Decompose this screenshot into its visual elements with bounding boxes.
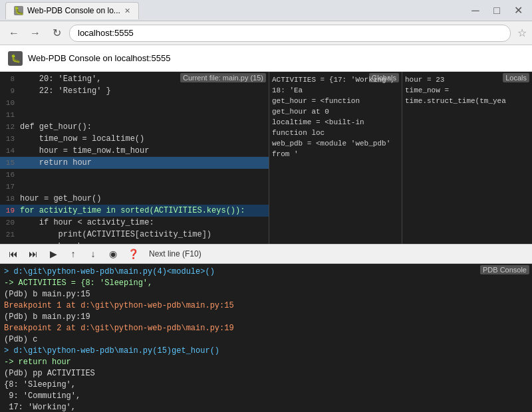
line-text: def get_hour(): xyxy=(20,121,267,133)
browser-controls: ← → ↻ ☆ xyxy=(0,21,532,45)
refresh-button[interactable]: ↻ xyxy=(48,25,65,42)
code-line: 19for activity_time in sorted(ACTIVITIES… xyxy=(0,205,269,217)
line-text xyxy=(20,109,267,121)
locals-label: Locals xyxy=(503,73,529,82)
line-number: 15 xyxy=(1,157,20,169)
console-line: {8: 'Sleeping', xyxy=(4,379,528,391)
code-line: 21 print(ACTIVITIES[activity_time]) xyxy=(0,229,269,241)
app-icon: 🐛 xyxy=(8,51,23,66)
locals-line: time_now = time.struct_time(tm_yea xyxy=(405,85,529,106)
console-line: 9: 'Commuting', xyxy=(4,391,528,402)
console-line: Breakpoint 1 at d:\git\python-web-pdb\ma… xyxy=(4,300,528,312)
console-line: (Pdb) b main.py:15 xyxy=(4,289,528,300)
console-line: -> return hour xyxy=(4,357,528,368)
app-header: 🐛 Web-PDB Console on localhost:5555 xyxy=(0,45,532,72)
code-content: 8 20: 'Eating',9 22: 'Resting' }101112de… xyxy=(0,72,269,244)
code-line: 9 22: 'Resting' } xyxy=(0,85,269,97)
console-line: (Pdb) b main.py:19 xyxy=(4,312,528,323)
line-number: 8 xyxy=(1,73,20,85)
breakpoint-button[interactable]: ◉ xyxy=(104,245,122,263)
line-number: 9 xyxy=(1,85,20,97)
tab-favicon: 🐛 xyxy=(14,6,23,15)
console-line: Breakpoint 2 at d:\git\python-web-pdb\ma… xyxy=(4,323,528,334)
minimize-button[interactable]: ─ xyxy=(467,2,484,19)
console-output: > d:\git\python-web-pdb\main.py(4)<modul… xyxy=(0,264,532,412)
back-button[interactable]: ← xyxy=(5,25,23,42)
globals-panel[interactable]: Globals ACTIVITIES = {17: 'Working', 18:… xyxy=(269,72,402,244)
panels-area: Current file: main.py (15) 8 20: 'Eating… xyxy=(0,72,532,412)
code-line: 13 time_now = localtime() xyxy=(0,133,269,145)
address-bar[interactable] xyxy=(69,25,511,42)
line-text: time_now = localtime() xyxy=(20,133,267,145)
step-button[interactable]: ⏭ xyxy=(24,245,43,263)
code-line: 10 xyxy=(0,97,269,109)
code-line: 18hour = get_hour() xyxy=(0,193,269,205)
line-text: print(ACTIVITIES[activity_time]) xyxy=(20,229,267,241)
globals-label: Globals xyxy=(369,73,399,82)
bookmark-icon[interactable]: ☆ xyxy=(517,27,527,39)
globals-line: web_pdb = <module 'web_pdb' from ' xyxy=(272,138,399,159)
console-label: PDB Console xyxy=(480,265,529,274)
code-panel-label: Current file: main.py (15) xyxy=(180,73,266,82)
code-panels-row: Current file: main.py (15) 8 20: 'Eating… xyxy=(0,72,532,245)
line-text: if hour < activity_time: xyxy=(20,217,267,229)
continue-button[interactable]: ▶ xyxy=(44,245,63,263)
line-text: hour = time_now.tm_hour xyxy=(20,145,267,157)
tab-close-icon[interactable]: ✕ xyxy=(124,7,130,15)
line-number: 18 xyxy=(1,193,20,205)
line-number: 11 xyxy=(1,109,20,121)
step-first-button[interactable]: ⏮ xyxy=(4,245,23,263)
console-line: 17: 'Working', xyxy=(4,402,528,412)
line-text xyxy=(20,181,267,193)
line-number: 13 xyxy=(1,133,20,145)
line-text: for activity_time in sorted(ACTIVITIES.k… xyxy=(20,205,267,217)
line-number: 14 xyxy=(1,145,20,157)
main-content: Current file: main.py (15) 8 20: 'Eating… xyxy=(0,72,532,412)
globals-line: localtime = <built-in function loc xyxy=(272,117,399,138)
maximize-button[interactable]: □ xyxy=(488,2,505,19)
console-line: -> ACTIVITIES = {8: 'Sleeping', xyxy=(4,278,528,289)
globals-line: get_hour = <function get_hour at 0 xyxy=(272,96,399,117)
step-down-button[interactable]: ↓ xyxy=(84,245,102,263)
forward-button[interactable]: → xyxy=(27,25,44,42)
code-editor-panel[interactable]: Current file: main.py (15) 8 20: 'Eating… xyxy=(0,72,269,244)
console-line: > d:\git\python-web-pdb\main.py(4)<modul… xyxy=(4,266,528,278)
code-line: 16 xyxy=(0,169,269,181)
line-text xyxy=(20,97,267,109)
browser-tab[interactable]: 🐛 Web-PDB Console on lo... ✕ xyxy=(5,2,139,19)
pdb-console-area: PDB Console > d:\git\python-web-pdb\main… xyxy=(0,264,532,412)
line-text: return hour xyxy=(20,157,267,169)
line-text: break xyxy=(20,241,267,244)
code-line: 17 xyxy=(0,181,269,193)
tab-title: Web-PDB Console on lo... xyxy=(27,6,120,15)
step-out-button[interactable]: ↑ xyxy=(64,245,82,263)
console-line: > d:\git\python-web-pdb\main.py(15)get_h… xyxy=(4,346,528,357)
line-text xyxy=(20,169,267,181)
code-line: 14 hour = time_now.tm_hour xyxy=(0,145,269,157)
line-number: 21 xyxy=(1,229,20,241)
toolbar: ⏮ ⏭ ▶ ↑ ↓ ◉ ❓ Next line (F10) xyxy=(0,245,532,264)
line-number: 16 xyxy=(1,169,20,181)
locals-panel[interactable]: Locals hour = 23time_now = time.struct_t… xyxy=(402,72,532,244)
code-line: 11 xyxy=(0,109,269,121)
line-number: 22 xyxy=(1,241,20,244)
line-text: 22: 'Resting' } xyxy=(20,85,267,97)
help-button[interactable]: ❓ xyxy=(124,245,142,263)
globals-content: ACTIVITIES = {17: 'Working', 18: 'Eaget_… xyxy=(269,72,402,162)
console-line: (Pdb) c xyxy=(4,334,528,346)
browser-titlebar: 🐛 Web-PDB Console on lo... ✕ ─ □ ✕ xyxy=(0,0,532,21)
code-line: 15 return hour xyxy=(0,157,269,169)
next-line-label: Next line (F10) xyxy=(144,249,207,258)
line-number: 19 xyxy=(1,205,20,217)
code-line: 12def get_hour(): xyxy=(0,121,269,133)
app-title: Web-PDB Console on localhost:5555 xyxy=(28,53,170,63)
line-number: 20 xyxy=(1,217,20,229)
line-number: 10 xyxy=(1,97,20,109)
console-line: (Pdb) pp ACTIVITIES xyxy=(4,368,528,379)
line-text: hour = get_hour() xyxy=(20,193,267,205)
close-button[interactable]: ✕ xyxy=(509,2,527,19)
code-line: 22 break xyxy=(0,241,269,244)
code-line: 20 if hour < activity_time: xyxy=(0,217,269,229)
line-number: 17 xyxy=(1,181,20,193)
line-number: 12 xyxy=(1,121,20,133)
